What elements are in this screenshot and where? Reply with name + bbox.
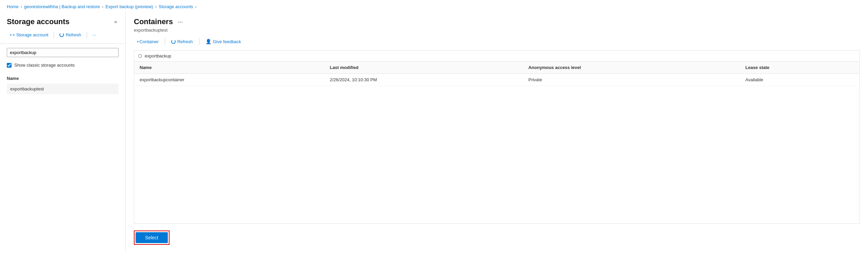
container-access-level: Private <box>523 74 740 86</box>
toolbar-separator-2 <box>87 32 87 38</box>
breadcrumb-storage[interactable]: Storage accounts <box>159 4 193 9</box>
right-panel-title: Containers <box>134 17 173 26</box>
col-lease-state: Lease state <box>740 62 860 74</box>
add-container-button[interactable]: + Container <box>134 37 161 46</box>
right-refresh-icon <box>171 39 176 44</box>
col-last-modified: Last modified <box>324 62 523 74</box>
add-storage-label: + Storage account <box>13 32 49 37</box>
table-header-row: Name Last modified Anonymous access leve… <box>134 62 860 74</box>
left-refresh-label: Refresh <box>66 32 81 37</box>
right-toolbar-sep <box>165 38 165 45</box>
breadcrumb: Home › georestorewithha | Backup and res… <box>0 0 868 12</box>
container-last-modified: 2/26/2024, 10:10:30 PM <box>324 74 523 86</box>
right-refresh-button[interactable]: Refresh <box>169 37 196 46</box>
table-row[interactable]: exportbackupcontainer 2/26/2024, 10:10:3… <box>134 74 860 86</box>
right-more-button[interactable]: ··· <box>176 18 185 26</box>
classic-storage-label: Show classic storage accounts <box>14 63 75 68</box>
bottom-bar: Select <box>126 224 868 252</box>
breadcrumb-home[interactable]: Home <box>7 4 19 9</box>
right-toolbar: + Container Refresh 👤 Give feedback <box>126 37 868 50</box>
search-input[interactable] <box>7 48 119 57</box>
col-access-level: Anonymous access level <box>523 62 740 74</box>
classic-storage-checkbox[interactable] <box>7 63 12 68</box>
breadcrumb-backup[interactable]: georestorewithha | Backup and restore <box>24 4 100 9</box>
left-panel-header: Storage accounts « <box>0 12 125 30</box>
right-panel: Containers ··· exportbackuptest + Contai… <box>126 12 868 252</box>
toolbar-separator <box>54 32 54 38</box>
right-panel-subtitle: exportbackuptest <box>126 28 868 37</box>
list-item[interactable]: exportbackuptest <box>7 84 119 94</box>
col-name: Name <box>134 62 324 74</box>
right-toolbar-sep-2 <box>199 38 199 45</box>
main-layout: Storage accounts « + + Storage account R… <box>0 12 868 252</box>
checkbox-row: Show classic storage accounts <box>0 61 125 72</box>
table-container: Name Last modified Anonymous access leve… <box>134 61 860 224</box>
add-container-label: Container <box>140 39 159 44</box>
collapse-button[interactable]: « <box>113 17 119 26</box>
filter-row: ⬡ exportbackup <box>134 50 860 61</box>
left-toolbar: + + Storage account Refresh ··· <box>0 30 125 44</box>
add-storage-account-button[interactable]: + + Storage account <box>7 30 51 39</box>
search-box-container <box>0 44 125 61</box>
list-section: Name exportbackuptest <box>0 72 125 98</box>
left-panel: Storage accounts « + + Storage account R… <box>0 12 126 252</box>
filter-text: exportbackup <box>145 53 171 58</box>
list-column-header: Name <box>7 74 119 84</box>
container-name: exportbackupcontainer <box>134 74 324 86</box>
feedback-label: Give feedback <box>213 39 241 44</box>
filter-icon: ⬡ <box>138 53 142 58</box>
plus-icon: + <box>10 32 12 37</box>
give-feedback-button[interactable]: 👤 Give feedback <box>203 37 244 46</box>
right-panel-header: Containers ··· <box>126 12 868 28</box>
refresh-icon <box>59 33 64 37</box>
containers-table: Name Last modified Anonymous access leve… <box>134 62 860 86</box>
left-refresh-button[interactable]: Refresh <box>57 30 84 39</box>
breadcrumb-export[interactable]: Export backup (preview) <box>105 4 153 9</box>
feedback-icon: 👤 <box>206 39 211 44</box>
select-button-wrapper: Select <box>134 231 170 245</box>
plus-container-icon: + <box>137 39 139 44</box>
container-lease-state: Available <box>740 74 860 86</box>
right-refresh-label: Refresh <box>177 39 193 44</box>
left-panel-title: Storage accounts <box>7 17 70 26</box>
left-more-button[interactable]: ··· <box>90 30 99 39</box>
select-button[interactable]: Select <box>136 232 168 243</box>
